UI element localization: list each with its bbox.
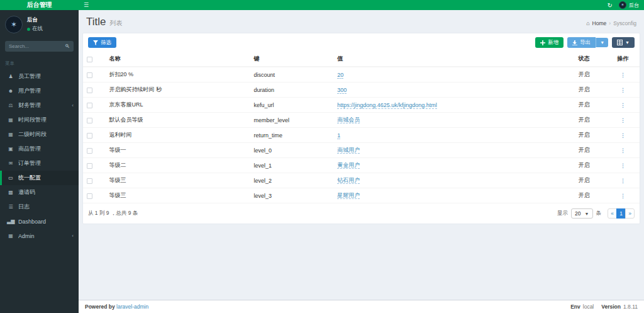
orders-icon: ✉ — [7, 161, 14, 166]
per-page-label: 显示 — [557, 210, 568, 217]
sidebar-item-sub-schedule[interactable]: ▦二级时间段 — [0, 127, 79, 142]
navbar-user-menu[interactable]: ✶ 后台 — [619, 1, 639, 9]
sidebar-item-schedule[interactable]: ▦时间段管理 — [0, 113, 79, 127]
row-checkbox[interactable] — [87, 163, 92, 169]
per-page-unit: 条 — [596, 210, 602, 217]
create-button[interactable]: 新增 — [535, 37, 564, 48]
chevron-down-icon: ▼ — [585, 212, 589, 216]
per-page-select[interactable]: 20 ▼ — [571, 208, 592, 219]
version-value: 1.8.11 — [623, 304, 638, 310]
row-checkbox[interactable] — [87, 133, 92, 139]
table-row: 京东客服URLkefu_urlhttps://jingdong.4625.uk/… — [83, 98, 640, 113]
more-vertical-icon[interactable]: ⋮ — [620, 147, 626, 154]
column-header-key: 键 — [250, 52, 333, 67]
sidebar-search: 🔍︎ — [5, 41, 74, 52]
export-button[interactable]: 导出 — [567, 37, 596, 48]
pagination: « 1 » — [608, 208, 635, 219]
table-row: 等级二level_1黄金用户开启⋮ — [83, 158, 640, 173]
row-checkbox[interactable] — [87, 118, 92, 123]
dashboard-icon: ▃▆ — [7, 219, 14, 224]
search-input[interactable] — [9, 43, 65, 49]
row-checkbox[interactable] — [87, 103, 92, 108]
export-dropdown-button[interactable]: ▼ — [596, 38, 608, 47]
filter-button[interactable]: 筛选 — [88, 37, 116, 48]
main-content: Title 列表 ⌂ Home › Sysconfig 筛选 新增 — [79, 10, 644, 313]
row-checkbox[interactable] — [87, 178, 92, 184]
app-brand[interactable]: 后台管理 — [0, 0, 79, 10]
pagination-next-button[interactable]: » — [625, 208, 635, 219]
cell-value-link[interactable]: 黄金用户 — [337, 162, 360, 169]
table-row: 开启购买持续时间 秒duration300开启⋮ — [83, 83, 640, 98]
sidebar-item-log[interactable]: ☰日志 — [0, 200, 79, 214]
breadcrumb-home-link[interactable]: Home — [592, 20, 607, 26]
more-vertical-icon[interactable]: ⋮ — [620, 162, 626, 169]
sidebar-item-label: 商品管理 — [18, 145, 41, 153]
row-checkbox[interactable] — [87, 72, 92, 78]
powered-by-label: Powered by — [85, 304, 115, 310]
table-grid-icon — [617, 40, 623, 45]
cell-status: 开启 — [562, 98, 606, 113]
user-icon: ☻ — [7, 88, 14, 94]
sidebar-user-panel: ✶ 后台 在线 — [0, 10, 79, 38]
cell-value-link[interactable]: 1 — [337, 132, 340, 139]
export-button-label: 导出 — [580, 40, 591, 45]
cell-value-link[interactable]: 商城用户 — [337, 147, 360, 154]
sidebar-item-user[interactable]: ☻用户管理 — [0, 84, 79, 98]
row-checkbox[interactable] — [87, 88, 92, 93]
table-row: 等级三level_3星耀用户开启⋮ — [83, 188, 640, 203]
row-checkbox[interactable] — [87, 193, 92, 199]
more-vertical-icon[interactable]: ⋮ — [620, 72, 626, 78]
cell-value-link[interactable]: 300 — [337, 87, 347, 94]
cell-value-link[interactable]: 20 — [337, 72, 343, 79]
more-vertical-icon[interactable]: ⋮ — [620, 132, 626, 139]
sidebar-item-label: 时间段管理 — [18, 116, 47, 124]
search-icon[interactable]: 🔍︎ — [65, 43, 70, 49]
laravel-admin-link[interactable]: laravel-admin — [116, 304, 148, 310]
select-all-checkbox[interactable] — [87, 57, 92, 62]
cell-name: 等级三 — [105, 188, 250, 203]
sidebar-item-label: 二级时间段 — [18, 130, 47, 139]
cell-status: 开启 — [562, 128, 606, 143]
sidebar-item-label: 邀请码 — [18, 188, 35, 196]
more-vertical-icon[interactable]: ⋮ — [620, 117, 626, 123]
cell-value-link[interactable]: 商城会员 — [337, 117, 360, 123]
pagination-page-1[interactable]: 1 — [616, 208, 626, 219]
top-navbar: 后台管理 ☰ ↻ ✶ 后台 — [0, 0, 644, 10]
sidebar-item-config[interactable]: ▭统一配置 — [0, 171, 79, 185]
filter-button-label: 筛选 — [101, 40, 111, 45]
sidebar-item-invite-code[interactable]: ▩邀请码 — [0, 185, 79, 200]
table-footer: 从 1 到 9 ，总共 9 条 显示 20 ▼ 条 « 1 » — [83, 203, 640, 224]
more-vertical-icon[interactable]: ⋮ — [620, 102, 626, 108]
cell-status: 开启 — [562, 143, 606, 158]
refresh-icon[interactable]: ↻ — [608, 2, 613, 9]
more-vertical-icon[interactable]: ⋮ — [620, 178, 626, 184]
sidebar-item-dashboard[interactable]: ▃▆Dashboard — [0, 214, 79, 229]
config-icon: ▭ — [7, 175, 14, 181]
sidebar-item-label: 财务管理 — [18, 101, 41, 110]
cell-status: 开启 — [562, 188, 606, 203]
cell-value-link[interactable]: 钻石用户 — [337, 177, 360, 184]
breadcrumb-current: Sysconfig — [613, 20, 636, 26]
sub-schedule-icon: ▦ — [7, 132, 14, 137]
sidebar-item-goods[interactable]: ▣商品管理 — [0, 142, 79, 156]
cell-value-link[interactable]: 星耀用户 — [337, 192, 360, 199]
column-header-name: 名称 — [105, 52, 250, 67]
pagination-prev-button[interactable]: « — [608, 208, 617, 219]
menu-toggle-icon: ☰ — [84, 2, 89, 8]
sidebar-item-finance[interactable]: ⚖财务管理‹ — [0, 98, 79, 113]
cell-name: 等级二 — [105, 158, 250, 173]
sidebar-item-staff[interactable]: ♟员工管理 — [0, 69, 79, 84]
column-selector-button[interactable]: ▼ — [612, 37, 635, 48]
sidebar-item-label: 日志 — [18, 203, 30, 211]
sidebar-item-label: Admin — [18, 233, 35, 239]
row-checkbox[interactable] — [87, 148, 92, 154]
sidebar-item-admin[interactable]: ▦Admin‹ — [0, 229, 79, 243]
sidebar-toggle-button[interactable]: ☰ — [79, 0, 94, 10]
finance-icon: ⚖ — [7, 103, 14, 108]
cell-key: level_1 — [250, 158, 333, 173]
table-row: 返利时间return_time1开启⋮ — [83, 128, 640, 143]
sidebar-item-orders[interactable]: ✉订单管理 — [0, 156, 79, 171]
more-vertical-icon[interactable]: ⋮ — [620, 193, 626, 199]
more-vertical-icon[interactable]: ⋮ — [620, 87, 626, 93]
cell-value-link[interactable]: https://jingdong.4625.uk/kfjingdong.html — [337, 102, 437, 109]
